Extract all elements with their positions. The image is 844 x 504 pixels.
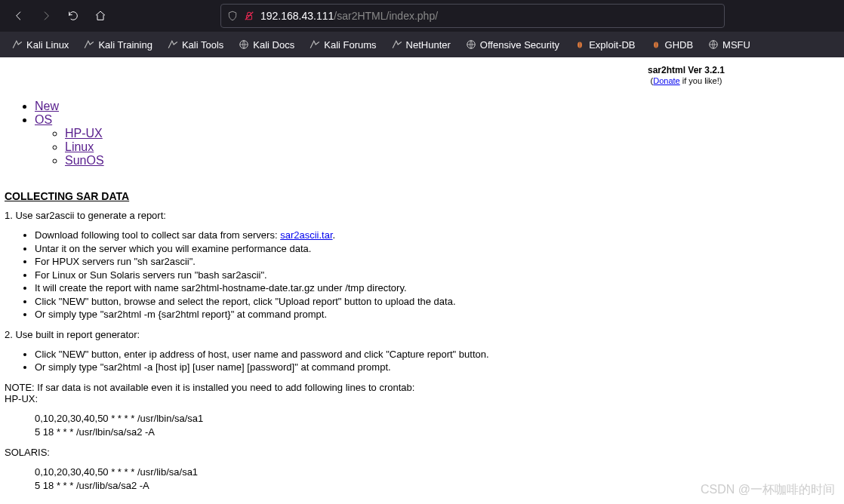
solaris-cron1: 0,10,20,30,40,50 * * * * /usr/lib/sa/sa1: [35, 466, 839, 479]
bookmark-nethunter[interactable]: NetHunter: [386, 36, 457, 54]
bug-icon: [651, 39, 661, 50]
watermark: CSDN @一杯咖啡的时间: [701, 482, 835, 498]
bookmark-kali-tools[interactable]: Kali Tools: [162, 36, 229, 54]
list-item: For Linux or Sun Solaris servers run "ba…: [35, 269, 839, 282]
list-item: Untar it on the server which you will ex…: [35, 242, 839, 256]
dragon-icon: [392, 39, 402, 50]
bookmark-label: Kali Tools: [182, 39, 223, 51]
dragon-icon: [168, 39, 178, 50]
globe-icon: [466, 39, 476, 50]
list-item: Download following tool to collect sar d…: [35, 229, 839, 242]
url-text: 192.168.43.111/sar2HTML/index.php/: [260, 10, 718, 22]
bookmark-label: NetHunter: [406, 39, 451, 51]
nav-os-hp-ux[interactable]: HP-UX: [65, 127, 103, 140]
shield-icon: [227, 11, 238, 21]
insecure-lock-icon: [244, 11, 254, 21]
step2-text: 2. Use built in report generator:: [5, 329, 839, 340]
hpux-cron1: 0,10,20,30,40,50 * * * * /usr/lbin/sa/sa…: [35, 412, 839, 426]
list-item: Or simply type "sar2html -m {sar2html re…: [35, 308, 839, 321]
list-item: Click "NEW" button, enter ip address of …: [35, 348, 839, 361]
step1-list: Download following tool to collect sar d…: [5, 229, 839, 321]
list-item: Click "NEW" button, browse and select th…: [35, 295, 839, 309]
page-content: sar2html Ver 3.2.1 (Donate if you like!)…: [0, 57, 844, 504]
bookmark-label: Exploit-DB: [589, 39, 635, 51]
dragon-icon: [12, 39, 23, 50]
url-bar[interactable]: 192.168.43.111/sar2HTML/index.php/: [220, 4, 725, 28]
bookmark-ghdb[interactable]: GHDB: [645, 36, 700, 54]
nav-os-link[interactable]: OS: [35, 113, 52, 126]
donate-link[interactable]: Donate: [653, 76, 679, 85]
bookmark-kali-training[interactable]: Kali Training: [78, 36, 159, 54]
bookmark-label: GHDB: [665, 39, 694, 51]
bookmark-label: Kali Forums: [324, 39, 376, 51]
back-button[interactable]: [6, 3, 32, 29]
nav-os-linux[interactable]: Linux: [65, 140, 94, 153]
nav-new-link[interactable]: New: [35, 100, 59, 112]
bookmark-msfu[interactable]: MSFU: [702, 36, 756, 54]
bookmark-kali-docs[interactable]: Kali Docs: [233, 36, 300, 54]
forward-button[interactable]: [33, 3, 59, 29]
section-collecting-header: COLLECTING SAR DATA: [5, 190, 839, 202]
globe-icon: [239, 39, 249, 50]
list-item: Or simply type "sar2html -a [host ip] [u…: [35, 361, 839, 374]
bookmark-offensive-security[interactable]: Offensive Security: [460, 36, 565, 54]
browser-toolbar: 192.168.43.111/sar2HTML/index.php/: [0, 0, 844, 32]
reload-button[interactable]: [60, 3, 86, 29]
dragon-icon: [84, 39, 94, 50]
globe-icon: [708, 39, 719, 50]
bookmark-label: Kali Docs: [253, 39, 294, 51]
app-title: sar2html Ver 3.2.1: [648, 65, 725, 75]
list-item: It will create the report with name sar2…: [35, 281, 839, 295]
bookmark-label: Kali Linux: [26, 39, 69, 51]
solaris-label: SOLARIS:: [5, 447, 839, 458]
banner: sar2html Ver 3.2.1 (Donate if you like!): [5, 65, 839, 86]
bookmarks-bar: Kali LinuxKali TrainingKali ToolsKali Do…: [0, 32, 844, 57]
step1-text: 1. Use sar2ascii to generate a report:: [5, 210, 839, 221]
bookmark-exploit-db[interactable]: Exploit-DB: [568, 36, 641, 54]
bookmark-label: MSFU: [722, 39, 750, 51]
bookmark-label: Offensive Security: [480, 39, 559, 51]
hpux-cron2: 5 18 * * * /usr/lbin/sa/sa2 -A: [35, 426, 839, 439]
bookmark-kali-linux[interactable]: Kali Linux: [6, 36, 75, 54]
bookmark-kali-forums[interactable]: Kali Forums: [303, 36, 382, 54]
sar2ascii-link[interactable]: sar2ascii.tar: [280, 229, 332, 241]
dragon-icon: [310, 39, 320, 50]
home-button[interactable]: [88, 3, 113, 29]
hpux-label: HP-UX:: [5, 393, 839, 404]
bug-icon: [574, 39, 585, 50]
bookmark-label: Kali Training: [98, 39, 152, 51]
list-item: For HPUX servers run "sh sar2ascii".: [35, 255, 839, 269]
note-text: NOTE: If sar data is not available even …: [5, 382, 839, 393]
step2-list: Click "NEW" button, enter ip address of …: [5, 348, 839, 374]
nav-os-sunos[interactable]: SunOS: [65, 154, 104, 167]
main-nav-list: New OS HP-UXLinuxSunOS: [5, 100, 839, 167]
